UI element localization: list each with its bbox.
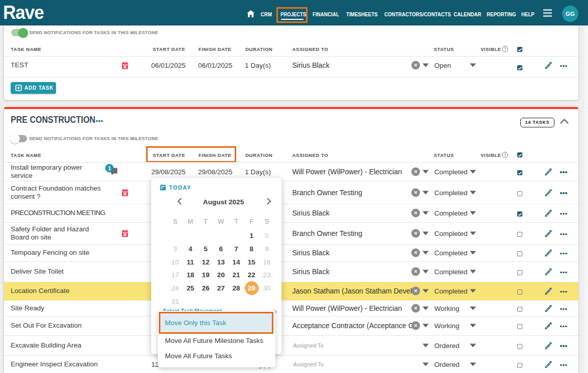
svg-text:1: 1	[108, 165, 111, 171]
